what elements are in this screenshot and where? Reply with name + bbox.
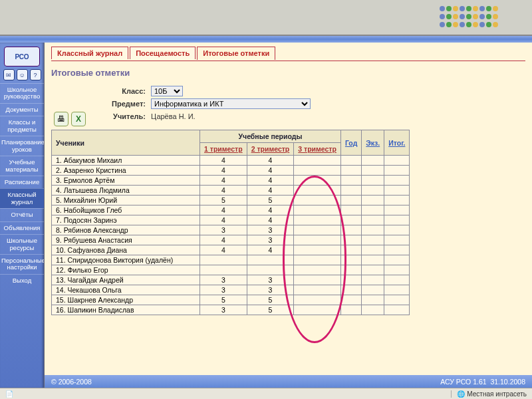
grade-cell[interactable]: 4 <box>200 205 247 215</box>
sidebar-item[interactable]: Классы и предметы <box>0 116 44 136</box>
grade-cell[interactable] <box>362 245 384 255</box>
export-excel-icon[interactable]: X <box>71 112 86 126</box>
grade-cell[interactable] <box>294 205 341 215</box>
grade-cell[interactable]: 4 <box>247 156 294 166</box>
grade-cell[interactable] <box>384 205 410 215</box>
grade-cell[interactable]: 5 <box>247 295 294 305</box>
grade-cell[interactable] <box>340 225 361 235</box>
grade-cell[interactable] <box>294 156 341 166</box>
grade-cell[interactable] <box>294 186 341 196</box>
grade-cell[interactable] <box>384 275 410 285</box>
user-icon[interactable]: ☺ <box>17 69 28 80</box>
grade-cell[interactable] <box>362 295 384 305</box>
grade-cell[interactable] <box>362 265 384 275</box>
grade-cell[interactable]: 4 <box>200 186 247 196</box>
grade-cell[interactable] <box>247 255 294 265</box>
grade-cell[interactable] <box>340 235 361 245</box>
grade-cell[interactable] <box>384 196 410 205</box>
grade-cell[interactable] <box>384 295 410 305</box>
grade-cell[interactable]: 4 <box>200 176 247 186</box>
grade-cell[interactable] <box>294 255 341 265</box>
grade-cell[interactable] <box>340 186 361 196</box>
grade-cell[interactable] <box>294 166 341 176</box>
grade-cell[interactable] <box>340 245 361 255</box>
grade-cell[interactable]: 4 <box>200 235 247 245</box>
grade-cell[interactable] <box>362 225 384 235</box>
grade-cell[interactable] <box>362 156 384 166</box>
grade-cell[interactable]: 3 <box>200 305 247 315</box>
th-trim1-link[interactable]: 1 триместр <box>204 145 243 153</box>
grade-cell[interactable] <box>362 166 384 176</box>
grade-cell[interactable]: 5 <box>200 196 247 205</box>
grade-cell[interactable] <box>340 255 361 265</box>
grade-cell[interactable] <box>362 285 384 295</box>
grade-cell[interactable] <box>294 176 341 186</box>
grade-cell[interactable]: 4 <box>200 215 247 225</box>
grade-cell[interactable] <box>362 255 384 265</box>
grade-cell[interactable] <box>294 196 341 205</box>
grade-cell[interactable]: 3 <box>200 225 247 235</box>
grade-cell[interactable]: 4 <box>247 205 294 215</box>
grade-cell[interactable] <box>294 285 341 295</box>
grade-cell[interactable]: 3 <box>247 235 294 245</box>
grade-cell[interactable] <box>362 205 384 215</box>
grade-cell[interactable]: 3 <box>247 285 294 295</box>
grade-cell[interactable]: 3 <box>247 225 294 235</box>
tab[interactable]: Итоговые отметки <box>197 47 275 60</box>
grade-cell[interactable] <box>294 235 341 245</box>
sidebar-item[interactable]: Отчёты <box>0 208 44 221</box>
grade-cell[interactable]: 3 <box>247 275 294 285</box>
grade-cell[interactable] <box>384 265 410 275</box>
grade-cell[interactable]: 4 <box>247 166 294 176</box>
grade-cell[interactable] <box>362 176 384 186</box>
grade-cell[interactable] <box>340 265 361 275</box>
grade-cell[interactable]: 4 <box>200 245 247 255</box>
grade-cell[interactable]: 4 <box>247 186 294 196</box>
grade-cell[interactable] <box>340 275 361 285</box>
grade-cell[interactable] <box>384 176 410 186</box>
grade-cell[interactable] <box>384 215 410 225</box>
grade-cell[interactable] <box>362 275 384 285</box>
th-final-link[interactable]: Итог. <box>388 139 405 147</box>
th-trim3-link[interactable]: 3 триместр <box>298 145 336 153</box>
th-year-link[interactable]: Год <box>345 139 357 147</box>
sidebar-item[interactable]: Планирование уроков <box>0 136 44 156</box>
grade-cell[interactable] <box>384 285 410 295</box>
sidebar-item[interactable]: Классный журнал <box>0 188 44 208</box>
grade-cell[interactable] <box>340 176 361 186</box>
grade-cell[interactable] <box>384 235 410 245</box>
grade-cell[interactable] <box>384 166 410 176</box>
grade-cell[interactable]: 4 <box>247 245 294 255</box>
grade-cell[interactable] <box>384 156 410 166</box>
mail-icon[interactable]: ✉ <box>3 69 15 80</box>
grade-cell[interactable] <box>384 245 410 255</box>
grade-cell[interactable] <box>384 186 410 196</box>
sidebar-item[interactable]: Учебные материалы <box>0 156 44 176</box>
grade-cell[interactable] <box>294 305 341 315</box>
grade-cell[interactable] <box>362 196 384 205</box>
sidebar-item[interactable]: Расписание <box>0 176 44 188</box>
sidebar-item[interactable]: Школьное руководство <box>0 83 44 103</box>
grade-cell[interactable]: 5 <box>247 196 294 205</box>
grade-cell[interactable] <box>362 215 384 225</box>
grade-cell[interactable]: 3 <box>200 275 247 285</box>
grade-cell[interactable] <box>340 215 361 225</box>
th-trim2-link[interactable]: 2 триместр <box>251 145 290 153</box>
grade-cell[interactable] <box>340 166 361 176</box>
grade-cell[interactable] <box>340 295 361 305</box>
tab[interactable]: Классный журнал <box>51 47 128 59</box>
sidebar-item[interactable]: Выход <box>0 274 44 287</box>
grade-cell[interactable]: 4 <box>247 215 294 225</box>
grade-cell[interactable] <box>294 215 341 225</box>
grade-cell[interactable] <box>340 205 361 215</box>
grade-cell[interactable] <box>362 186 384 196</box>
grade-cell[interactable] <box>340 285 361 295</box>
grade-cell[interactable]: 4 <box>200 166 247 176</box>
grade-cell[interactable] <box>247 265 294 275</box>
grade-cell[interactable] <box>200 255 247 265</box>
grade-cell[interactable]: 3 <box>200 285 247 295</box>
grade-cell[interactable] <box>384 255 410 265</box>
grade-cell[interactable] <box>340 156 361 166</box>
grade-cell[interactable] <box>294 295 341 305</box>
tab[interactable]: Посещаемость <box>130 47 196 59</box>
